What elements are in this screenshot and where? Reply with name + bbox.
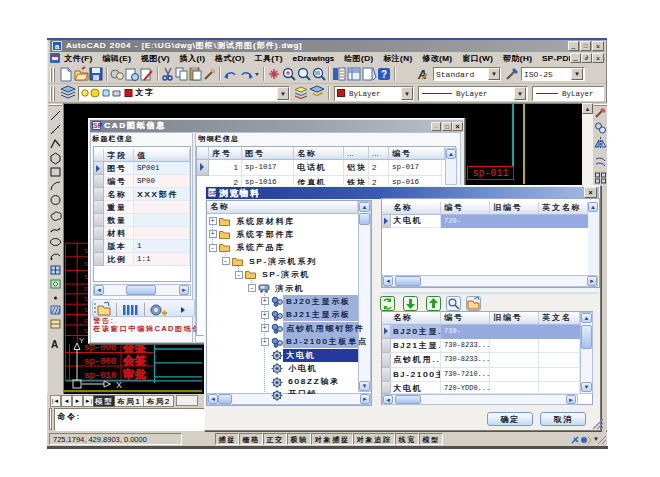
svg-text:A: A [51,339,58,350]
svg-text:审批: 审批 [123,368,147,380]
svg-text:会签: 会签 [122,354,147,366]
svg-text:X: X [116,380,122,390]
svg-text:sp-008: sp-008 [84,343,116,353]
svg-text:Y: Y [79,336,85,345]
svg-text:sp-009: sp-009 [84,357,116,367]
svg-text:?: ? [381,69,387,80]
svg-text:sp-010: sp-010 [84,371,116,381]
